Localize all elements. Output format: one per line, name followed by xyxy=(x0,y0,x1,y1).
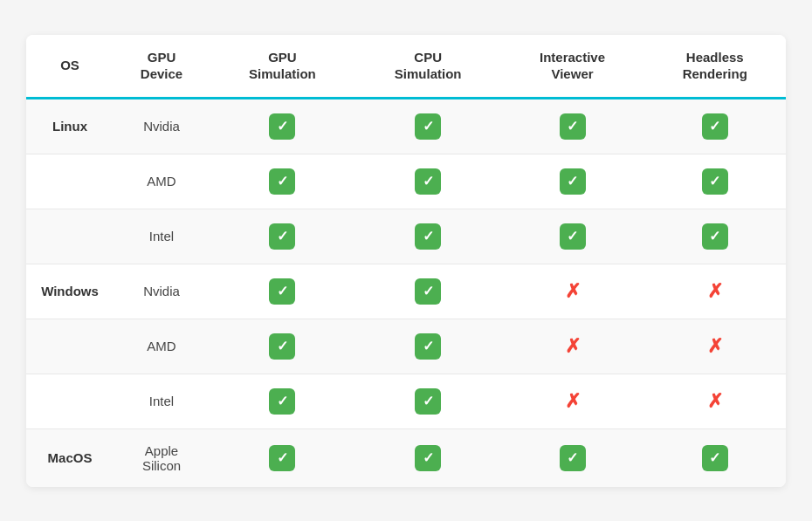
cell-headless: ✓ xyxy=(644,209,787,264)
check-icon: ✓ xyxy=(269,113,295,140)
cell-os xyxy=(26,209,114,264)
table-row: Intel✓✓✓✓ xyxy=(26,209,786,264)
check-icon: ✓ xyxy=(269,388,295,415)
cell-device: AMD xyxy=(114,319,210,374)
cell-cpu-sim: ✓ xyxy=(355,209,501,264)
col-header-gpu-simulation: GPUSimulation xyxy=(210,35,355,99)
cross-icon: ✗ xyxy=(560,278,586,305)
cell-gpu-sim: ✓ xyxy=(210,209,355,264)
cell-headless: ✗ xyxy=(644,264,787,319)
check-icon: ✓ xyxy=(702,445,728,471)
cell-interactive: ✓ xyxy=(501,428,644,487)
check-icon: ✓ xyxy=(560,168,586,195)
table-row: AMD✓✓✗✗ xyxy=(26,319,786,374)
col-header-os: OS xyxy=(26,35,114,99)
cell-device: Intel xyxy=(114,209,210,264)
cell-device: Nvidia xyxy=(114,264,210,319)
cell-interactive: ✗ xyxy=(501,374,644,428)
check-icon: ✓ xyxy=(415,223,441,250)
col-header-cpu-simulation: CPUSimulation xyxy=(355,35,501,99)
compatibility-table: OSGPUDeviceGPUSimulationCPUSimulationInt… xyxy=(26,35,786,487)
cell-device: Intel xyxy=(114,374,210,428)
table-row: Intel✓✓✗✗ xyxy=(26,374,786,428)
cell-gpu-sim: ✓ xyxy=(210,154,355,209)
check-icon: ✓ xyxy=(415,168,441,195)
cell-gpu-sim: ✓ xyxy=(210,98,355,154)
cell-headless: ✓ xyxy=(644,98,787,154)
cell-headless: ✗ xyxy=(644,319,787,374)
table-row: AMD✓✓✓✓ xyxy=(26,154,786,209)
cell-os xyxy=(26,319,114,374)
table-row: MacOSAppleSilicon✓✓✓✓ xyxy=(26,428,786,487)
cell-interactive: ✓ xyxy=(501,98,644,154)
cross-icon: ✗ xyxy=(702,388,728,415)
cell-os: MacOS xyxy=(26,428,114,487)
table-body: LinuxNvidia✓✓✓✓AMD✓✓✓✓Intel✓✓✓✓WindowsNv… xyxy=(26,98,786,487)
cross-icon: ✗ xyxy=(702,278,728,305)
cell-cpu-sim: ✓ xyxy=(355,319,501,374)
check-icon: ✓ xyxy=(269,168,295,195)
check-icon: ✓ xyxy=(702,113,728,140)
cell-cpu-sim: ✓ xyxy=(355,428,501,487)
cross-icon: ✗ xyxy=(560,388,586,415)
check-icon: ✓ xyxy=(415,333,441,360)
cell-interactive: ✗ xyxy=(501,264,644,319)
col-header-interactive-viewer: InteractiveViewer xyxy=(501,35,644,99)
col-header-gpu-device: GPUDevice xyxy=(114,35,210,99)
cell-os: Windows xyxy=(26,264,114,319)
check-icon: ✓ xyxy=(415,278,441,305)
cell-device: Nvidia xyxy=(114,98,210,154)
cell-cpu-sim: ✓ xyxy=(355,264,501,319)
cell-os xyxy=(26,374,114,428)
cell-os: Linux xyxy=(26,98,114,154)
cell-headless: ✓ xyxy=(644,428,787,487)
cell-gpu-sim: ✓ xyxy=(210,264,355,319)
table-row: WindowsNvidia✓✓✗✗ xyxy=(26,264,786,319)
check-icon: ✓ xyxy=(269,223,295,250)
check-icon: ✓ xyxy=(702,168,728,195)
cell-device: AppleSilicon xyxy=(114,428,210,487)
check-icon: ✓ xyxy=(415,113,441,140)
check-icon: ✓ xyxy=(560,223,586,250)
cell-interactive: ✓ xyxy=(501,154,644,209)
check-icon: ✓ xyxy=(269,333,295,360)
cell-cpu-sim: ✓ xyxy=(355,374,501,428)
table-header-row: OSGPUDeviceGPUSimulationCPUSimulationInt… xyxy=(26,35,786,99)
cell-gpu-sim: ✓ xyxy=(210,319,355,374)
check-icon: ✓ xyxy=(269,278,295,305)
cell-gpu-sim: ✓ xyxy=(210,428,355,487)
check-icon: ✓ xyxy=(269,445,295,471)
cell-interactive: ✗ xyxy=(501,319,644,374)
cell-headless: ✗ xyxy=(644,374,787,428)
cell-gpu-sim: ✓ xyxy=(210,374,355,428)
check-icon: ✓ xyxy=(702,223,728,250)
cross-icon: ✗ xyxy=(560,333,586,360)
check-icon: ✓ xyxy=(415,388,441,415)
cell-device: AMD xyxy=(114,154,210,209)
cell-cpu-sim: ✓ xyxy=(355,154,501,209)
table-row: LinuxNvidia✓✓✓✓ xyxy=(26,98,786,154)
cross-icon: ✗ xyxy=(702,333,728,360)
check-icon: ✓ xyxy=(560,445,586,471)
check-icon: ✓ xyxy=(415,445,441,471)
cell-headless: ✓ xyxy=(644,154,787,209)
cell-os xyxy=(26,154,114,209)
cell-cpu-sim: ✓ xyxy=(355,98,501,154)
check-icon: ✓ xyxy=(560,113,586,140)
col-header-headless-rendering: HeadlessRendering xyxy=(644,35,787,99)
cell-interactive: ✓ xyxy=(501,209,644,264)
